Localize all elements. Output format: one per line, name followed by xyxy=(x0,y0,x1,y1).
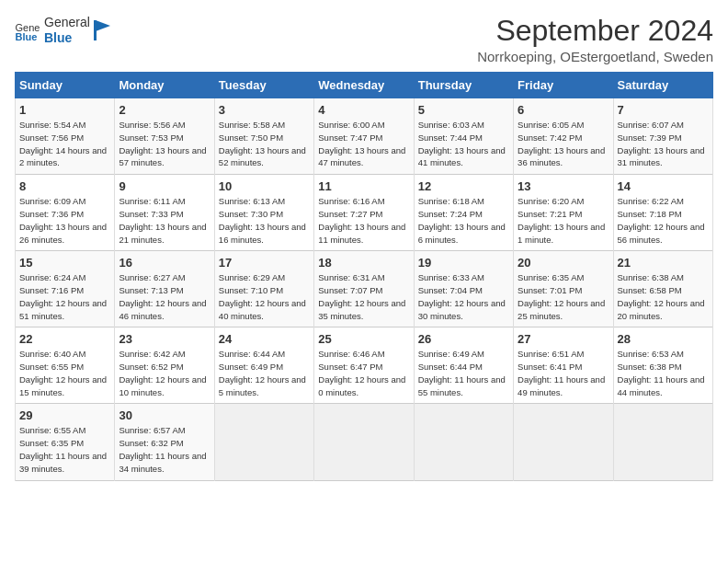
day-info: Sunrise: 6:53 AMSunset: 6:38 PMDaylight:… xyxy=(618,348,709,398)
calendar-day-cell: 7 Sunrise: 6:07 AMSunset: 7:39 PMDayligh… xyxy=(613,98,712,175)
calendar-day-cell: 22 Sunrise: 6:40 AMSunset: 6:55 PMDaylig… xyxy=(16,327,115,404)
day-info: Sunrise: 6:57 AMSunset: 6:32 PMDaylight:… xyxy=(119,424,210,475)
day-number: 6 xyxy=(518,103,609,117)
calendar-day-cell: 10 Sunrise: 6:13 AMSunset: 7:30 PMDaylig… xyxy=(214,175,313,251)
location-subtitle: Norrkoeping, OEstergoetland, Sweden xyxy=(477,49,713,64)
day-info: Sunrise: 6:11 AMSunset: 7:33 PMDaylight:… xyxy=(119,195,210,246)
calendar-day-cell: 1 Sunrise: 5:54 AMSunset: 7:56 PMDayligh… xyxy=(16,98,115,175)
calendar-day-cell: 5 Sunrise: 6:03 AMSunset: 7:44 PMDayligh… xyxy=(414,98,513,175)
page-header: General Blue General Blue September 2024… xyxy=(15,15,713,64)
day-info: Sunrise: 6:18 AMSunset: 7:24 PMDaylight:… xyxy=(418,195,509,246)
calendar-day-cell xyxy=(314,404,414,480)
calendar-day-cell: 27 Sunrise: 6:51 AMSunset: 6:41 PMDaylig… xyxy=(514,327,613,404)
calendar-day-cell: 30 Sunrise: 6:57 AMSunset: 6:32 PMDaylig… xyxy=(115,404,214,480)
day-info: Sunrise: 6:09 AMSunset: 7:36 PMDaylight:… xyxy=(19,195,110,246)
calendar-day-cell: 16 Sunrise: 6:27 AMSunset: 7:13 PMDaylig… xyxy=(115,251,214,327)
day-info: Sunrise: 6:07 AMSunset: 7:39 PMDaylight:… xyxy=(618,119,709,169)
day-number: 11 xyxy=(318,179,409,193)
day-info: Sunrise: 6:13 AMSunset: 7:30 PMDaylight:… xyxy=(219,195,310,246)
day-info: Sunrise: 6:49 AMSunset: 6:44 PMDaylight:… xyxy=(418,348,509,398)
day-number: 7 xyxy=(618,103,709,117)
logo-icon: General Blue xyxy=(15,20,40,40)
day-info: Sunrise: 6:33 AMSunset: 7:04 PMDaylight:… xyxy=(418,271,509,322)
calendar-week-row: 29 Sunrise: 6:55 AMSunset: 6:35 PMDaylig… xyxy=(16,404,713,480)
day-number: 26 xyxy=(418,332,509,346)
day-info: Sunrise: 5:54 AMSunset: 7:56 PMDaylight:… xyxy=(19,119,110,169)
day-number: 3 xyxy=(219,103,310,117)
day-number: 17 xyxy=(219,256,310,270)
day-number: 24 xyxy=(219,332,310,346)
day-number: 25 xyxy=(318,332,409,346)
calendar-day-cell: 20 Sunrise: 6:35 AMSunset: 7:01 PMDaylig… xyxy=(514,251,613,327)
calendar-day-cell: 13 Sunrise: 6:20 AMSunset: 7:21 PMDaylig… xyxy=(514,175,613,251)
calendar-day-cell xyxy=(613,404,712,480)
calendar-week-row: 8 Sunrise: 6:09 AMSunset: 7:36 PMDayligh… xyxy=(16,175,713,251)
day-number: 15 xyxy=(19,256,110,270)
calendar-day-cell: 14 Sunrise: 6:22 AMSunset: 7:18 PMDaylig… xyxy=(613,175,712,251)
calendar-day-cell: 28 Sunrise: 6:53 AMSunset: 6:38 PMDaylig… xyxy=(613,327,712,404)
calendar-header-row: SundayMondayTuesdayWednesdayThursdayFrid… xyxy=(16,73,713,98)
day-info: Sunrise: 6:40 AMSunset: 6:55 PMDaylight:… xyxy=(19,348,110,398)
calendar-week-row: 22 Sunrise: 6:40 AMSunset: 6:55 PMDaylig… xyxy=(16,327,713,404)
calendar-day-cell: 4 Sunrise: 6:00 AMSunset: 7:47 PMDayligh… xyxy=(314,98,414,175)
calendar-week-row: 1 Sunrise: 5:54 AMSunset: 7:56 PMDayligh… xyxy=(16,98,713,175)
calendar-day-cell: 17 Sunrise: 6:29 AMSunset: 7:10 PMDaylig… xyxy=(214,251,313,327)
day-number: 20 xyxy=(518,256,609,270)
day-number: 1 xyxy=(19,103,110,117)
calendar-table: SundayMondayTuesdayWednesdayThursdayFrid… xyxy=(15,72,713,480)
calendar-day-cell: 29 Sunrise: 6:55 AMSunset: 6:35 PMDaylig… xyxy=(16,404,115,480)
day-info: Sunrise: 6:22 AMSunset: 7:18 PMDaylight:… xyxy=(618,195,709,246)
day-number: 5 xyxy=(418,103,509,117)
day-number: 10 xyxy=(219,179,310,193)
calendar-day-cell: 11 Sunrise: 6:16 AMSunset: 7:27 PMDaylig… xyxy=(314,175,414,251)
calendar-day-cell: 21 Sunrise: 6:38 AMSunset: 6:58 PMDaylig… xyxy=(613,251,712,327)
calendar-day-cell: 15 Sunrise: 6:24 AMSunset: 7:16 PMDaylig… xyxy=(16,251,115,327)
day-number: 23 xyxy=(119,332,210,346)
logo-blue: Blue xyxy=(44,30,90,46)
day-number: 8 xyxy=(19,179,110,193)
day-info: Sunrise: 6:00 AMSunset: 7:47 PMDaylight:… xyxy=(318,119,409,169)
weekday-header-wednesday: Wednesday xyxy=(314,73,414,98)
calendar-day-cell: 25 Sunrise: 6:46 AMSunset: 6:47 PMDaylig… xyxy=(314,327,414,404)
day-info: Sunrise: 6:29 AMSunset: 7:10 PMDaylight:… xyxy=(219,271,310,322)
day-info: Sunrise: 6:24 AMSunset: 7:16 PMDaylight:… xyxy=(19,271,110,322)
day-info: Sunrise: 6:38 AMSunset: 6:58 PMDaylight:… xyxy=(618,271,709,322)
day-info: Sunrise: 6:46 AMSunset: 6:47 PMDaylight:… xyxy=(318,348,409,398)
day-number: 19 xyxy=(418,256,509,270)
weekday-header-monday: Monday xyxy=(115,73,214,98)
day-info: Sunrise: 6:55 AMSunset: 6:35 PMDaylight:… xyxy=(19,424,110,475)
calendar-day-cell: 18 Sunrise: 6:31 AMSunset: 7:07 PMDaylig… xyxy=(314,251,414,327)
title-section: September 2024 Norrkoeping, OEstergoetla… xyxy=(477,15,713,64)
day-number: 22 xyxy=(19,332,110,346)
day-number: 2 xyxy=(119,103,210,117)
logo-general: General xyxy=(44,15,90,30)
day-info: Sunrise: 5:58 AMSunset: 7:50 PMDaylight:… xyxy=(219,119,310,169)
day-number: 12 xyxy=(418,179,509,193)
weekday-header-friday: Friday xyxy=(514,73,613,98)
weekday-header-thursday: Thursday xyxy=(414,73,513,98)
day-number: 13 xyxy=(518,179,609,193)
day-info: Sunrise: 6:51 AMSunset: 6:41 PMDaylight:… xyxy=(518,348,609,398)
calendar-day-cell: 8 Sunrise: 6:09 AMSunset: 7:36 PMDayligh… xyxy=(16,175,115,251)
day-info: Sunrise: 6:31 AMSunset: 7:07 PMDaylight:… xyxy=(318,271,409,322)
day-number: 30 xyxy=(119,408,210,422)
month-year-title: September 2024 xyxy=(477,15,713,47)
day-info: Sunrise: 6:44 AMSunset: 6:49 PMDaylight:… xyxy=(219,348,310,398)
day-number: 16 xyxy=(119,256,210,270)
day-number: 28 xyxy=(618,332,709,346)
day-info: Sunrise: 6:03 AMSunset: 7:44 PMDaylight:… xyxy=(418,119,509,169)
day-number: 4 xyxy=(318,103,409,117)
calendar-day-cell: 12 Sunrise: 6:18 AMSunset: 7:24 PMDaylig… xyxy=(414,175,513,251)
calendar-day-cell xyxy=(214,404,313,480)
calendar-day-cell: 3 Sunrise: 5:58 AMSunset: 7:50 PMDayligh… xyxy=(214,98,313,175)
weekday-header-tuesday: Tuesday xyxy=(214,73,313,98)
day-number: 14 xyxy=(618,179,709,193)
day-number: 18 xyxy=(318,256,409,270)
day-info: Sunrise: 6:05 AMSunset: 7:42 PMDaylight:… xyxy=(518,119,609,169)
calendar-day-cell: 24 Sunrise: 6:44 AMSunset: 6:49 PMDaylig… xyxy=(214,327,313,404)
calendar-day-cell: 2 Sunrise: 5:56 AMSunset: 7:53 PMDayligh… xyxy=(115,98,214,175)
day-number: 21 xyxy=(618,256,709,270)
day-info: Sunrise: 6:20 AMSunset: 7:21 PMDaylight:… xyxy=(518,195,609,246)
day-info: Sunrise: 6:16 AMSunset: 7:27 PMDaylight:… xyxy=(318,195,409,246)
day-info: Sunrise: 6:42 AMSunset: 6:52 PMDaylight:… xyxy=(119,348,210,398)
